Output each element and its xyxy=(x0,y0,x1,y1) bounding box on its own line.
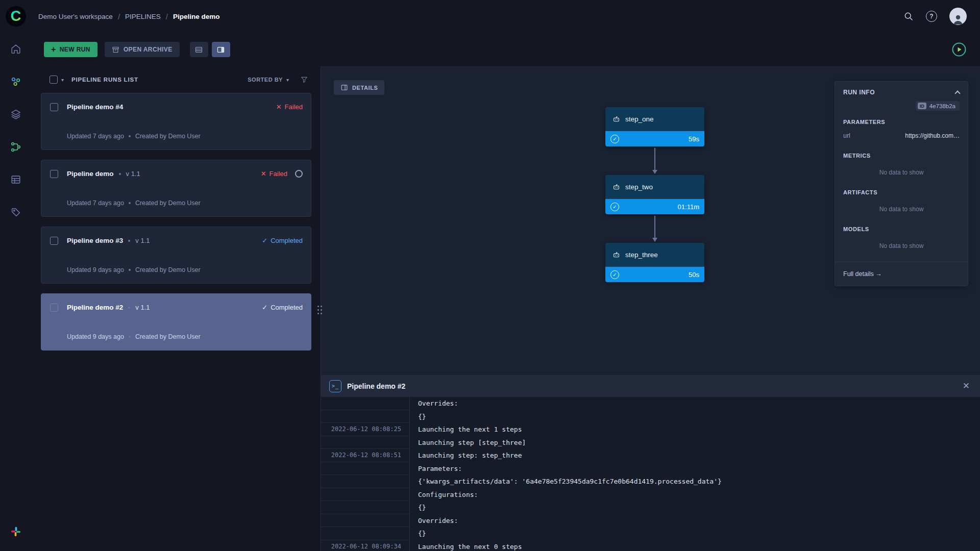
log-timestamp: 2022-06-12 08:08:51 xyxy=(321,449,410,462)
close-icon[interactable]: ✕ xyxy=(963,382,970,390)
sidebar-item-projects[interactable] xyxy=(6,71,26,92)
run-checkbox[interactable] xyxy=(50,237,58,245)
log-message: {} xyxy=(410,527,426,540)
run-version: v 1.1 xyxy=(135,304,150,311)
run-card-pipeline-demo-3[interactable]: Pipeline demo #3 v 1.1 ✓ Completed Updat… xyxy=(41,227,311,284)
run-meta: Updated 9 days ago Created by Demo User xyxy=(67,333,303,340)
run-name: Pipeline demo #4 xyxy=(67,103,123,111)
log-timestamp xyxy=(321,501,410,514)
bot-icon xyxy=(612,183,621,191)
auto-refresh-icon[interactable] xyxy=(951,42,967,57)
log-line: Configurations: xyxy=(321,488,980,502)
log-line: {'kwargs_artifacts/data': '6a4e78e5f2394… xyxy=(321,475,980,488)
select-all-caret-icon[interactable]: ▾ xyxy=(61,77,64,83)
user-avatar[interactable] xyxy=(949,8,967,25)
run-version: v 1.1 xyxy=(126,170,140,178)
log-timestamp xyxy=(321,462,410,475)
header-actions: ? xyxy=(903,8,980,25)
log-message: Launching step [step_three] xyxy=(410,436,526,449)
collapse-chevron-icon[interactable] xyxy=(954,90,960,96)
sidebar-item-datasets[interactable] xyxy=(6,104,26,124)
console-log[interactable]: Overrides: {} 2022-06-12 08:08:25 Launch… xyxy=(321,397,980,551)
run-card-pipeline-demo-4[interactable]: Pipeline demo #4 ✕ Failed Updated 7 days… xyxy=(41,93,311,150)
select-all-checkbox[interactable] xyxy=(50,76,58,84)
filter-icon[interactable] xyxy=(300,76,308,84)
breadcrumb-workspace[interactable]: Demo User's workspace xyxy=(38,13,113,20)
full-details-link[interactable]: Full details → xyxy=(843,270,882,278)
run-id-badge[interactable]: ID 4e738b2a xyxy=(916,101,960,111)
new-run-label: NEW RUN xyxy=(60,46,90,53)
artifacts-section-title: ARTIFACTS xyxy=(843,189,960,195)
log-timestamp xyxy=(321,397,410,410)
run-name: Pipeline demo #3 xyxy=(67,237,123,244)
run-name: Pipeline demo #2 xyxy=(67,304,123,311)
dot-separator xyxy=(129,135,131,137)
console-header: >_ Pipeline demo #2 ✕ xyxy=(321,375,980,397)
log-line: {} xyxy=(321,527,980,540)
clearml-logo[interactable]: C xyxy=(6,6,26,27)
applications-icon xyxy=(10,207,21,218)
search-icon[interactable] xyxy=(903,11,914,21)
run-checkbox[interactable] xyxy=(50,103,58,111)
details-button[interactable]: DETAILS xyxy=(334,80,384,95)
dot-separator xyxy=(128,307,130,309)
run-status-badge: ✓ Completed xyxy=(262,237,303,244)
step-name: step_one xyxy=(625,115,654,123)
projects-icon xyxy=(10,76,21,87)
run-checkbox[interactable] xyxy=(50,304,58,312)
breadcrumb: Demo User's workspace / PIPELINES / Pipe… xyxy=(38,12,220,21)
models-section-title: MODELS xyxy=(843,226,960,232)
help-icon[interactable]: ? xyxy=(926,11,937,22)
log-message: Configurations: xyxy=(410,488,478,502)
dot-separator xyxy=(128,240,130,242)
log-message: Overrides: xyxy=(410,514,458,528)
pipeline-step-node[interactable]: step_three ✓ 50s xyxy=(605,243,704,282)
archive-icon xyxy=(112,46,119,54)
run-id-value: 4e738b2a xyxy=(929,103,955,109)
step-completed-check-icon: ✓ xyxy=(610,270,619,279)
sidebar-item-pipelines[interactable] xyxy=(6,137,26,157)
pipeline-step-node[interactable]: step_two ✓ 01:11m xyxy=(605,175,704,214)
new-run-button[interactable]: + NEW RUN xyxy=(44,42,97,57)
run-card-pipeline-demo-2[interactable]: Pipeline demo #2 v 1.1 ✓ Completed Updat… xyxy=(41,293,311,350)
open-archive-button[interactable]: OPEN ARCHIVE xyxy=(105,42,180,57)
split-view-toggle[interactable] xyxy=(212,42,230,57)
dot-separator xyxy=(119,173,121,175)
step-duration: 59s xyxy=(689,135,699,143)
details-label: DETAILS xyxy=(352,85,378,91)
log-message: Launching step: step_three xyxy=(410,449,522,462)
breadcrumb-separator: / xyxy=(118,12,120,21)
run-checkbox[interactable] xyxy=(50,170,58,178)
sidebar-item-slack[interactable] xyxy=(6,521,26,542)
log-message: Launching the next 0 steps xyxy=(410,540,522,551)
details-panel-icon xyxy=(340,84,348,91)
sidebar-item-dashboard[interactable] xyxy=(6,39,26,59)
log-timestamp xyxy=(321,410,410,423)
metrics-no-data: No data to show xyxy=(843,169,960,176)
console-title: Pipeline demo #2 xyxy=(347,382,405,390)
log-message: {'kwargs_artifacts/data': '6a4e78e5f2394… xyxy=(410,475,722,488)
parameter-row[interactable]: url https://github.com… xyxy=(843,132,960,139)
breadcrumb-pipelines[interactable]: PIPELINES xyxy=(125,13,161,20)
log-timestamp xyxy=(321,475,410,488)
sidebar-item-reports[interactable] xyxy=(6,169,26,190)
sorted-by-button[interactable]: SORTED BY xyxy=(248,77,283,83)
sort-caret-icon[interactable]: ▾ xyxy=(286,77,289,83)
sidebar-item-applications[interactable] xyxy=(6,202,26,222)
table-view-toggle[interactable] xyxy=(190,42,208,57)
terminal-icon: >_ xyxy=(329,380,341,392)
step-name: step_two xyxy=(625,183,653,191)
log-line: 2022-06-12 08:09:34 Launching the next 0… xyxy=(321,540,980,551)
runs-list-title: PIPELINE RUNS LIST xyxy=(71,77,138,83)
log-line: 2022-06-12 08:08:25 Launching the next 1… xyxy=(321,423,980,436)
panel-resize-handle[interactable] xyxy=(316,300,323,319)
log-line: {} xyxy=(321,501,980,514)
home-icon xyxy=(10,43,21,55)
log-message: {} xyxy=(410,410,426,423)
log-line: Overrides: xyxy=(321,397,980,410)
models-no-data: No data to show xyxy=(843,242,960,249)
run-card-pipeline-demo[interactable]: Pipeline demo v 1.1 ✕ Failed Updated 7 d… xyxy=(41,160,311,217)
status-ring-icon[interactable] xyxy=(295,170,303,178)
pipeline-step-node[interactable]: step_one ✓ 59s xyxy=(605,107,704,146)
dag-arrow xyxy=(605,146,704,175)
